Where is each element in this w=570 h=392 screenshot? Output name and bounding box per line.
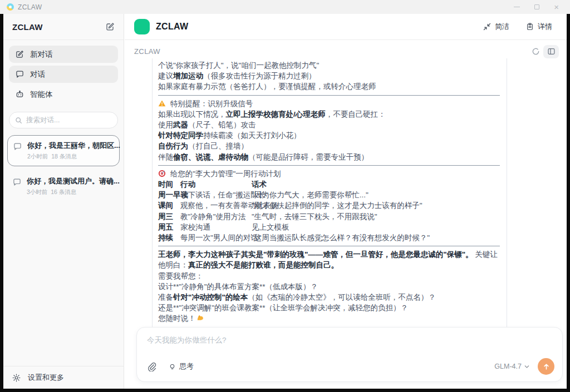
model-selector[interactable]: GLM-4.7 — [494, 363, 530, 370]
gear-icon — [12, 374, 21, 382]
table-header: 行动 — [180, 179, 252, 190]
search-icon — [15, 117, 22, 124]
sidebar: ZCLAW 新对话 对话 智能体 — [3, 14, 124, 389]
message-line: 王老师，李大力这种孩子其实是"带刺的玫瑰"——难管，但一旦管好，他是您最忠诚的"… — [158, 249, 500, 270]
clipboard-icon — [526, 23, 534, 31]
close-icon: × — [554, 3, 559, 11]
sidebar-title: ZCLAW — [12, 22, 43, 32]
sidebar-item-chats[interactable]: 对话 — [9, 66, 118, 83]
window-title: ZCLAW — [18, 3, 42, 11]
compose-icon — [16, 50, 24, 58]
chat-bubble-icon — [13, 178, 21, 186]
table-cell: "这周当搬运队长感觉怎么样？有没有想发火的时候？" — [252, 232, 500, 243]
message-line: 您随时说！ — [158, 313, 500, 324]
target-icon — [158, 170, 166, 177]
send-button[interactable] — [538, 358, 554, 375]
message-line: 还是**"冲突调解"的班会课教案**（让全班学会解决冲突，减轻您的负担）？ — [158, 302, 500, 313]
table-cell: 课间 — [158, 200, 180, 211]
maximize-icon — [534, 4, 539, 9]
table-cell: "因为你力气大，老师需要你帮忙..." — [252, 190, 500, 200]
table-cell: 教"冷静角"使用方法 — [180, 211, 252, 222]
brand-name: ZCLAW — [156, 22, 188, 32]
sidebar-item-label: 智能体 — [30, 90, 53, 100]
table-cell: 周三 — [158, 211, 180, 222]
brand-logo-icon — [134, 19, 150, 34]
table-header: 时间 — [158, 179, 180, 190]
message-line: 伴随偷窃、说谎、虐待动物（可能是品行障碍，需要专业干预） — [158, 152, 500, 162]
table-cell: 见上文模板 — [252, 222, 500, 232]
message-line: 特别提醒：识别升级信号 — [158, 98, 500, 109]
message-divider — [158, 165, 500, 166]
side-panel-icon — [547, 47, 556, 56]
warning-icon — [158, 100, 166, 107]
table-cell: "刚才你扶起摔倒的同学，这才是大力士该有的样子" — [252, 200, 500, 211]
message-divider — [158, 246, 500, 246]
conversation-meta: 2小时前 18 条消息 — [27, 153, 120, 161]
message-input[interactable] — [147, 335, 553, 354]
toggle-panel-button[interactable] — [543, 45, 559, 58]
app-window: ZCLAW 新对话 对话 智能体 — [3, 14, 567, 389]
message-line: 准备针对"冲动控制"的绘本（如《杰瑞的冷静太空》，可以读给全班听，不点名）？ — [158, 292, 500, 302]
muscle-icon — [196, 314, 204, 322]
message-line: 建议增加运动（很多攻击性行为源于精力过剩） — [158, 71, 500, 81]
sidebar-item-agents[interactable]: 智能体 — [9, 86, 118, 103]
message-body: 个说"你家孩子打人"，说"咱们一起教他控制力气"建议增加运动（很多攻击性行为源于… — [158, 60, 500, 324]
table-cell: 周一早读 — [158, 190, 180, 200]
settings-label: 设置和更多 — [28, 373, 64, 383]
sidebar-item-new-chat[interactable]: 新对话 — [9, 46, 118, 63]
chat-bubble-icon — [16, 70, 24, 78]
maximize-button[interactable] — [534, 4, 539, 9]
table-cell: 私下谈话，任命"搬运队长" — [180, 190, 252, 200]
conversation-title: 你好，我是王丽华，朝阳区... — [27, 141, 120, 151]
minimize-icon — [514, 7, 520, 8]
conversation-title: 你好，我是测试用户。请确... — [27, 176, 120, 186]
table-cell: "生气时，去锤三下枕头，不用跟我说" — [252, 211, 500, 222]
message-line: 自伤行为（打自己、撞墙） — [158, 141, 500, 151]
compose-icon — [106, 22, 115, 31]
sidebar-item-label: 对话 — [30, 70, 45, 80]
sidebar-item-label: 新对话 — [30, 49, 53, 59]
message-line: 如果家庭有暴力示范（爸爸打人），要谨慎提醒，或转介心理老师 — [158, 81, 500, 92]
table-cell: 持续 — [158, 232, 180, 243]
model-label: GLM-4.7 — [494, 363, 522, 370]
sync-icon[interactable] — [532, 47, 540, 56]
app-logo-icon — [7, 3, 14, 11]
think-toggle[interactable]: 思考 — [169, 361, 194, 371]
compact-view-label: 简洁 — [495, 22, 509, 32]
table-cell: 观察他，一有友善举动就表扬 — [180, 200, 252, 211]
conversation-meta: 3小时前 16 条消息 — [27, 188, 120, 196]
paperclip-icon — [147, 362, 156, 371]
message-line: 需要我帮您： — [158, 271, 500, 281]
lightbulb-icon — [169, 363, 176, 370]
message-line: 使用武器（尺子、铅笔）攻击 — [158, 120, 500, 130]
composer: 思考 GLM-4.7 — [136, 327, 563, 382]
conversation-item[interactable]: 你好，我是测试用户。请确... 3小时前 16 条消息 — [7, 171, 120, 201]
attach-button[interactable] — [147, 362, 156, 371]
search-input[interactable] — [26, 116, 104, 124]
message-line: 给您的"李大力管理"一周行动计划 — [158, 168, 500, 179]
message-line: 设计**"冷静角"的具体布置方案**（低成本版）？ — [158, 281, 500, 292]
conversation-item[interactable]: 你好，我是王丽华，朝阳区... 2小时前 18 条消息 — [7, 135, 120, 166]
message-line: 针对特定同学持续霸凌（如天天打刘小花） — [158, 130, 500, 141]
arrow-up-icon — [542, 363, 551, 371]
chevron-down-icon — [524, 364, 530, 370]
message-line: 如果出现以下情况，立即上报学校德育处/心理老师，不要自己硬扛： — [158, 109, 500, 120]
table-cell: 周五 — [158, 222, 180, 232]
table-header: 话术 — [252, 179, 500, 190]
table-cell: 每周一次"男人间的对话" — [180, 232, 252, 243]
collapse-icon — [483, 23, 491, 31]
agent-name: ZCLAW — [134, 47, 160, 56]
assistant-message: 个说"你家孩子打人"，说"咱们一起教他控制力气"建议增加运动（很多攻击性行为源于… — [152, 58, 507, 332]
compact-view-button[interactable]: 简洁 — [483, 22, 509, 32]
settings-button[interactable]: 设置和更多 — [3, 366, 124, 389]
close-button[interactable]: × — [554, 3, 559, 11]
new-chat-button[interactable] — [106, 22, 115, 31]
message-divider — [158, 95, 500, 96]
robot-icon — [16, 90, 24, 98]
message-line: 个说"你家孩子打人"，说"咱们一起教他控制力气" — [158, 60, 500, 71]
action-plan-table: 时间行动话术周一早读私下谈话，任命"搬运队长""因为你力气大，老师需要你帮忙..… — [158, 179, 500, 243]
think-label: 思考 — [179, 361, 194, 371]
minimize-button[interactable] — [514, 7, 520, 8]
details-view-button[interactable]: 详情 — [526, 22, 552, 32]
search-box — [9, 112, 118, 128]
